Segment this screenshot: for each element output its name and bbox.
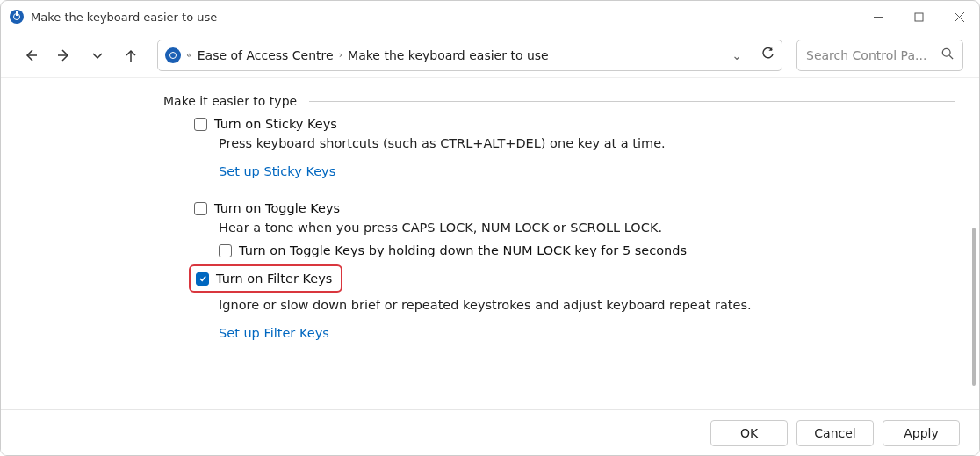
toggle-keys-option[interactable]: Turn on Toggle Keys <box>194 201 955 215</box>
toggle-keys-holdnum-label: Turn on Toggle Keys by holding down the … <box>239 243 687 257</box>
toggle-keys-label: Turn on Toggle Keys <box>214 201 340 215</box>
close-button[interactable] <box>939 1 979 33</box>
chevron-right-icon: › <box>339 49 342 61</box>
filter-keys-desc: Ignore or slow down brief or repeated ke… <box>219 298 955 312</box>
sticky-keys-block: Turn on Sticky Keys Press keyboard short… <box>194 117 955 194</box>
filter-keys-setup-link[interactable]: Set up Filter Keys <box>219 326 329 340</box>
cancel-button[interactable]: Cancel <box>796 420 874 446</box>
titlebar: Make the keyboard easier to use <box>1 1 979 33</box>
section-header: Make it easier to type <box>163 94 955 108</box>
sticky-keys-setup-link[interactable]: Set up Sticky Keys <box>219 164 335 178</box>
breadcrumb-segment[interactable]: Make the keyboard easier to use <box>348 48 549 62</box>
address-bar[interactable]: « Ease of Access Centre › Make the keybo… <box>157 40 782 71</box>
titlebar-left: Make the keyboard easier to use <box>10 10 217 24</box>
apply-button[interactable]: Apply <box>883 420 960 446</box>
filter-keys-highlight: Turn on Filter Keys <box>189 264 342 293</box>
filter-keys-block: Turn on Filter Keys Ignore or slow down … <box>194 264 955 356</box>
control-panel-icon <box>10 10 24 24</box>
divider <box>309 101 955 102</box>
window-title: Make the keyboard easier to use <box>31 11 217 24</box>
search-box[interactable]: Search Control Pa... <box>796 40 963 71</box>
svg-line-8 <box>949 55 953 59</box>
toggle-keys-block: Turn on Toggle Keys Hear a tone when you… <box>194 201 955 257</box>
up-button[interactable] <box>117 41 145 69</box>
recent-locations-button[interactable] <box>83 41 112 69</box>
content-area: Make it easier to type Turn on Sticky Ke… <box>1 78 979 409</box>
chevron-left-icon[interactable]: « <box>186 49 192 61</box>
chevron-down-icon[interactable]: ⌄ <box>731 48 742 62</box>
search-placeholder: Search Control Pa... <box>806 48 934 62</box>
dialog-buttons: OK Cancel Apply <box>1 409 979 455</box>
sticky-keys-checkbox[interactable] <box>194 118 207 131</box>
sticky-keys-desc: Press keyboard shortcuts (such as CTRL+A… <box>219 136 955 150</box>
control-panel-icon <box>165 47 181 63</box>
sticky-keys-option[interactable]: Turn on Sticky Keys <box>194 117 955 131</box>
forward-button[interactable] <box>50 41 78 69</box>
svg-rect-1 <box>915 13 923 21</box>
window-controls <box>858 1 979 33</box>
toggle-keys-checkbox[interactable] <box>194 202 207 215</box>
filter-keys-label: Turn on Filter Keys <box>216 271 332 286</box>
section-heading: Make it easier to type <box>163 94 297 108</box>
filter-keys-checkbox[interactable] <box>196 272 209 286</box>
nav-bar: « Ease of Access Centre › Make the keybo… <box>1 33 979 78</box>
sticky-keys-label: Turn on Sticky Keys <box>214 117 337 131</box>
toggle-keys-holdnum-option[interactable]: Turn on Toggle Keys by holding down the … <box>219 243 955 257</box>
refresh-button[interactable] <box>761 47 775 63</box>
search-icon <box>941 47 954 62</box>
ok-button[interactable]: OK <box>710 420 788 446</box>
minimize-button[interactable] <box>858 1 898 33</box>
toggle-keys-holdnum-checkbox[interactable] <box>219 244 232 257</box>
toggle-keys-desc: Hear a tone when you press CAPS LOCK, NU… <box>219 221 955 235</box>
back-button[interactable] <box>17 41 45 69</box>
svg-point-7 <box>942 48 950 56</box>
maximize-button[interactable] <box>898 1 939 33</box>
scrollbar-thumb[interactable] <box>972 228 976 386</box>
breadcrumb-segment[interactable]: Ease of Access Centre <box>198 48 334 62</box>
